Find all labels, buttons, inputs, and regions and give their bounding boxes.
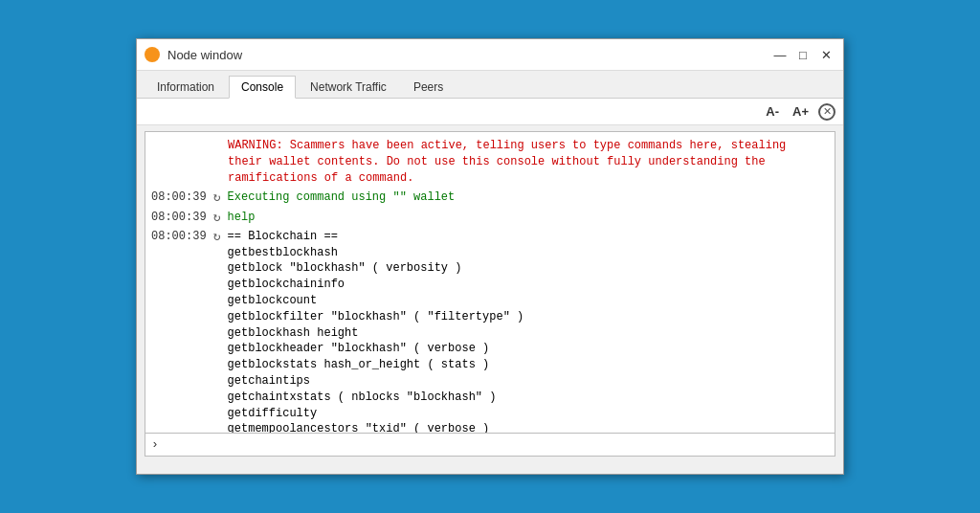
console-input-bar: › (145, 433, 835, 456)
log-time-1: 08:00:39 (151, 190, 207, 206)
window-bottom (137, 462, 843, 474)
maximize-button[interactable]: □ (793, 45, 813, 64)
minimize-button[interactable]: — (770, 45, 790, 64)
log-icon-3: ↻ (207, 229, 228, 246)
log-icon-1: ↻ (207, 190, 228, 207)
tab-network-traffic[interactable]: Network Traffic (298, 76, 399, 99)
tab-information[interactable]: Information (145, 76, 227, 99)
title-bar: Node window — □ ✕ (137, 39, 843, 71)
console-toolbar: A- A+ ✕ (137, 99, 843, 125)
tab-console[interactable]: Console (229, 76, 296, 99)
console-close-button[interactable]: ✕ (818, 103, 835, 121)
window-title: Node window (167, 48, 770, 62)
warning-text: WARNING: Scammers have been active, tell… (228, 138, 829, 186)
close-button[interactable]: ✕ (816, 45, 835, 64)
log-line-3: 08:00:39 ↻ == Blockchain == getbestblock… (151, 229, 829, 433)
log-text-2: help (228, 210, 829, 226)
log-time-2: 08:00:39 (151, 210, 207, 226)
font-decrease-button[interactable]: A- (762, 102, 783, 121)
console-area: WARNING: Scammers have been active, tell… (145, 131, 835, 457)
tab-peers[interactable]: Peers (401, 76, 456, 99)
tab-bar: Information Console Network Traffic Peer… (137, 71, 843, 99)
font-increase-button[interactable]: A+ (789, 102, 813, 121)
log-time-3: 08:00:39 (151, 229, 207, 245)
log-text-1: Executing command using "" wallet (228, 190, 829, 206)
console-output[interactable]: WARNING: Scammers have been active, tell… (145, 132, 835, 433)
bitcoin-icon (145, 47, 160, 62)
node-window: Node window — □ ✕ Information Console Ne… (136, 38, 844, 475)
prompt-symbol: › (151, 437, 159, 452)
console-input[interactable] (165, 438, 829, 452)
log-icon-2: ↻ (207, 210, 228, 227)
log-text-3: == Blockchain == getbestblockhash getblo… (228, 229, 829, 433)
window-controls: — □ ✕ (770, 45, 835, 64)
log-line-2: 08:00:39 ↻ help (151, 210, 829, 227)
log-line-1: 08:00:39 ↻ Executing command using "" wa… (151, 190, 829, 207)
